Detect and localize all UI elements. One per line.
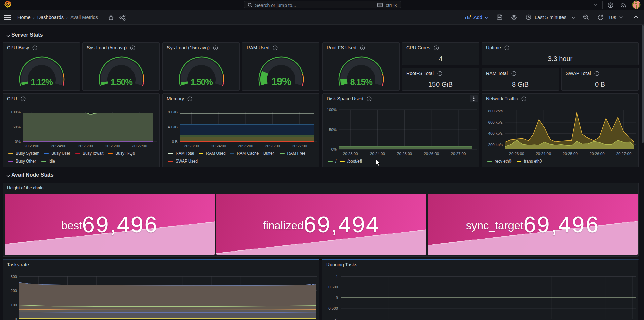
svg-text:20:24:00: 20:24:00 (51, 144, 66, 148)
svg-text:0%: 0% (15, 140, 21, 144)
svg-text:8.15%: 8.15% (350, 77, 373, 87)
svg-text:1.50%: 1.50% (191, 77, 213, 87)
svg-text:20:26:00: 20:26:00 (105, 144, 120, 148)
svg-text:20:23:00: 20:23:00 (343, 152, 358, 156)
svg-text:20:24:00: 20:24:00 (211, 144, 226, 148)
svg-text:20:26:00: 20:26:00 (424, 152, 439, 156)
svg-text:20:23:00: 20:23:00 (509, 152, 524, 156)
svg-text:20:27:00: 20:27:00 (451, 152, 466, 156)
svg-text:1: 1 (336, 275, 338, 279)
svg-text:1.50%: 1.50% (111, 77, 133, 87)
svg-text:0.500: 0.500 (328, 285, 338, 289)
svg-text:20:27:00: 20:27:00 (616, 152, 632, 156)
svg-text:800 kb/s: 800 kb/s (488, 109, 503, 113)
svg-text:20:27:00: 20:27:00 (132, 144, 147, 148)
svg-text:-1: -1 (335, 317, 338, 320)
svg-text:100%: 100% (11, 110, 21, 114)
svg-text:20:25:00: 20:25:00 (78, 144, 93, 148)
svg-text:20:23:00: 20:23:00 (184, 144, 199, 148)
svg-text:8 GiB: 8 GiB (168, 110, 178, 114)
svg-text:-0.500: -0.500 (327, 306, 338, 310)
svg-text:20:27:00: 20:27:00 (292, 144, 307, 148)
svg-text:600 kb/s: 600 kb/s (488, 120, 503, 124)
svg-text:20:26:00: 20:26:00 (590, 152, 605, 156)
svg-text:20:24:00: 20:24:00 (370, 152, 385, 156)
svg-text:4 GiB: 4 GiB (168, 125, 178, 129)
svg-text:20:25:00: 20:25:00 (563, 152, 578, 156)
svg-text:20:25:00: 20:25:00 (238, 144, 253, 148)
svg-text:100: 100 (11, 303, 17, 307)
svg-text:200 kb/s: 200 kb/s (488, 143, 503, 147)
svg-text:0: 0 (336, 296, 338, 300)
svg-text:19%: 19% (271, 76, 291, 87)
svg-text:20:24:00: 20:24:00 (536, 152, 551, 156)
svg-text:100%: 100% (327, 108, 337, 112)
svg-text:0%: 0% (331, 147, 337, 151)
svg-text:20:23:00: 20:23:00 (24, 144, 39, 148)
svg-text:0 B: 0 B (172, 140, 178, 144)
svg-text:50%: 50% (329, 128, 337, 132)
svg-text:0: 0 (15, 317, 17, 320)
svg-text:50%: 50% (13, 125, 21, 129)
svg-text:300: 300 (11, 275, 17, 279)
svg-text:20:25:00: 20:25:00 (397, 152, 412, 156)
svg-text:1.12%: 1.12% (31, 77, 53, 87)
svg-text:200: 200 (11, 289, 17, 293)
svg-text:20:26:00: 20:26:00 (265, 144, 280, 148)
svg-text:400 kb/s: 400 kb/s (488, 131, 503, 135)
